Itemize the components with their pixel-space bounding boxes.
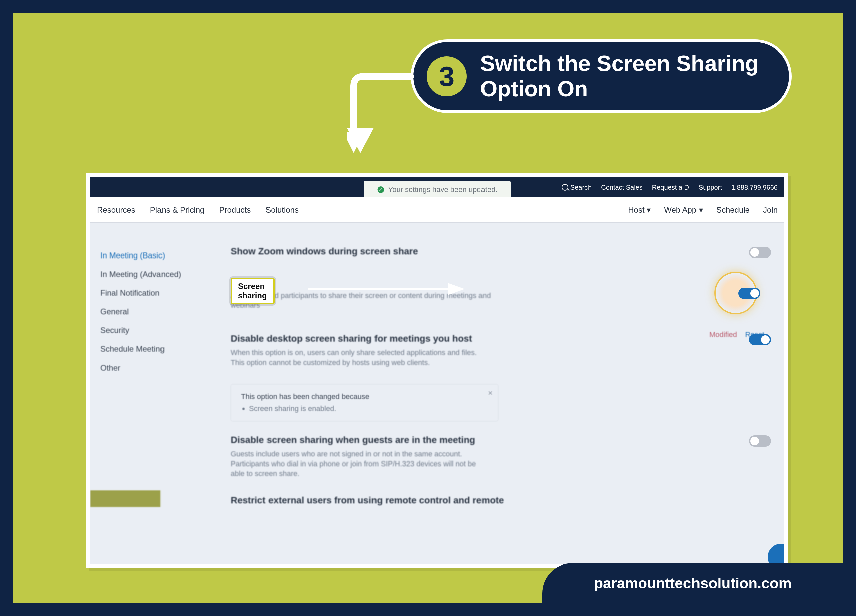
sidebar-item-in-meeting-advanced[interactable]: In Meeting (Advanced): [100, 265, 187, 283]
screenshot-panel: Search Contact Sales Request a D Support…: [86, 173, 788, 568]
pointer-arrow-icon: [308, 282, 465, 296]
zoom-settings-window: Search Contact Sales Request a D Support…: [90, 177, 784, 564]
tutorial-frame: 3 Switch the Screen Sharing Option On Se…: [13, 13, 843, 603]
svg-marker-2: [448, 283, 465, 295]
screen-sharing-highlight-label: Screen sharing: [231, 277, 274, 304]
toggle-show-zoom-windows[interactable]: [749, 247, 771, 258]
search-label: Search: [570, 183, 591, 191]
option-show-zoom-windows: Show Zoom windows during screen share: [231, 246, 771, 261]
settings-content: Show Zoom windows during screen share Al…: [187, 223, 784, 564]
option-title: Show Zoom windows during screen share: [231, 246, 736, 257]
main-nav: Resources Plans & Pricing Products Solut…: [90, 197, 784, 223]
phone-number[interactable]: 1.888.799.9666: [731, 183, 778, 191]
search-link[interactable]: Search: [562, 183, 591, 191]
nav-web-app[interactable]: Web App ▾: [664, 205, 703, 215]
sidebar-item-notification[interactable]: Final Notification: [100, 283, 187, 302]
footer-domain: paramounttechsolution.com: [594, 575, 792, 591]
changed-notice-box: × This option has been changed because S…: [231, 384, 498, 421]
option-desc: When this option is on, users can only s…: [231, 348, 491, 367]
changed-bullet: Screen sharing is enabled.: [249, 404, 488, 413]
step-instruction: Switch the Screen Sharing Option On: [480, 51, 789, 102]
option-screen-sharing: Allow host and participants to share the…: [231, 277, 771, 310]
nav-solutions[interactable]: Solutions: [265, 205, 299, 215]
search-icon: [562, 184, 568, 191]
option-restrict-external-remote: Restrict external users from using remot…: [231, 495, 771, 510]
toast-text: Your settings have been updated.: [388, 185, 497, 194]
sidebar-item-security[interactable]: Security: [100, 321, 187, 340]
contact-sales-link[interactable]: Contact Sales: [601, 183, 643, 191]
nav-products[interactable]: Products: [219, 205, 251, 215]
option-disable-desktop-sharing: Disable desktop screen sharing for meeti…: [231, 333, 771, 367]
step-callout: 3 Switch the Screen Sharing Option On: [411, 40, 792, 113]
top-right-links: Search Contact Sales Request a D Support…: [562, 177, 778, 197]
option-title: Restrict external users from using remot…: [231, 495, 771, 506]
chat-bubble-icon[interactable]: [768, 544, 784, 564]
settings-sidebar: In Meeting (Basic) In Meeting (Advanced)…: [90, 223, 187, 564]
option-title: Disable screen sharing when guests are i…: [231, 435, 736, 445]
nav-schedule[interactable]: Schedule: [716, 205, 750, 215]
close-icon[interactable]: ×: [488, 388, 493, 397]
support-link[interactable]: Support: [699, 183, 722, 191]
callout-arrow-icon: [347, 69, 421, 157]
check-icon: ✓: [377, 186, 384, 193]
nav-host[interactable]: Host ▾: [628, 205, 651, 215]
sidebar-item-other[interactable]: Other: [100, 359, 187, 377]
toggle-screen-sharing[interactable]: [738, 288, 761, 299]
nav-resources[interactable]: Resources: [97, 205, 135, 215]
nav-join[interactable]: Join: [763, 205, 778, 215]
sidebar-item-in-meeting-basic[interactable]: In Meeting (Basic): [100, 246, 187, 265]
toggle-disable-sharing-guests[interactable]: [749, 436, 771, 447]
sidebar-indicator: [90, 490, 160, 507]
sidebar-item-schedule-meeting[interactable]: Schedule Meeting: [100, 340, 187, 359]
nav-plans-pricing[interactable]: Plans & Pricing: [150, 205, 205, 215]
footer-branding: paramounttechsolution.com: [542, 563, 843, 603]
sidebar-item-general[interactable]: General: [100, 302, 187, 321]
settings-updated-toast: ✓ Your settings have been updated.: [364, 180, 511, 199]
step-number-badge: 3: [426, 56, 467, 96]
request-demo-link[interactable]: Request a D: [652, 183, 689, 191]
toggle-disable-desktop-sharing[interactable]: [749, 334, 771, 345]
option-desc: Guests include users who are not signed …: [231, 450, 491, 478]
option-title: Disable desktop screen sharing for meeti…: [231, 333, 736, 344]
changed-title: This option has been changed because: [241, 392, 488, 401]
option-disable-sharing-guests: Disable screen sharing when guests are i…: [231, 435, 771, 478]
